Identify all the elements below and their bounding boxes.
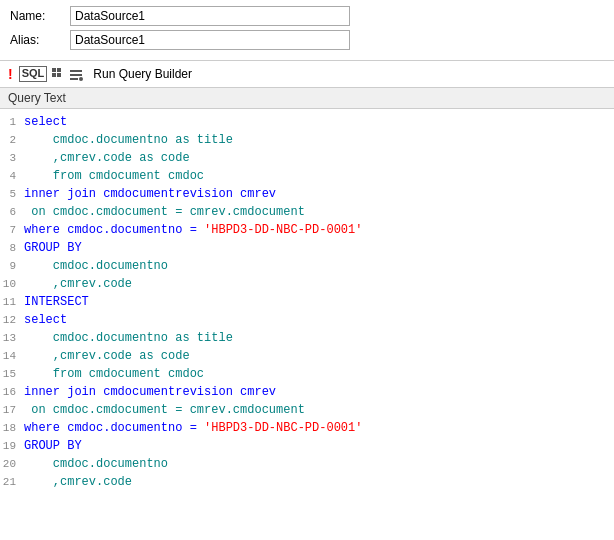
line-number: 11 <box>0 294 24 311</box>
line-content: ,cmrev.code <box>24 275 614 293</box>
line-content: ,cmrev.code as code <box>24 149 614 167</box>
line-number: 17 <box>0 402 24 419</box>
line-number: 19 <box>0 438 24 455</box>
alias-label: Alias: <box>10 33 70 47</box>
line-number: 14 <box>0 348 24 365</box>
name-label: Name: <box>10 9 70 23</box>
line-content: cmdoc.documentno <box>24 455 614 473</box>
line-content: where cmdoc.documentno = 'HBPD3-DD-NBC-P… <box>24 419 614 437</box>
line-content: GROUP BY <box>24 437 614 455</box>
table-row: 10 ,cmrev.code <box>0 275 614 293</box>
query-header: Query Text <box>0 88 614 109</box>
line-number: 12 <box>0 312 24 329</box>
code-block: 1select2 cmdoc.documentno as title3 ,cmr… <box>0 109 614 495</box>
line-number: 1 <box>0 114 24 131</box>
svg-rect-4 <box>70 70 82 72</box>
line-content: INTERSECT <box>24 293 614 311</box>
table-row: 9 cmdoc.documentno <box>0 257 614 275</box>
line-content: from cmdocument cmdoc <box>24 167 614 185</box>
table-row: 4 from cmdocument cmdoc <box>0 167 614 185</box>
line-content: cmdoc.documentno as title <box>24 329 614 347</box>
table-row: 13 cmdoc.documentno as title <box>0 329 614 347</box>
line-content: on cmdoc.cmdocument = cmrev.cmdocument <box>24 203 614 221</box>
line-content: select <box>24 311 614 329</box>
alias-row: Alias: <box>10 30 604 50</box>
line-content: GROUP BY <box>24 239 614 257</box>
line-content: cmdoc.documentno as title <box>24 131 614 149</box>
svg-rect-5 <box>70 74 82 76</box>
line-number: 2 <box>0 132 24 149</box>
query-area: Query Text 1select2 cmdoc.documentno as … <box>0 88 614 495</box>
line-number: 9 <box>0 258 24 275</box>
form-section: Name: Alias: <box>0 0 614 61</box>
line-number: 10 <box>0 276 24 293</box>
line-content: inner join cmdocumentrevision cmrev <box>24 185 614 203</box>
table-row: 16inner join cmdocumentrevision cmrev <box>0 383 614 401</box>
svg-point-7 <box>79 77 83 81</box>
line-number: 6 <box>0 204 24 221</box>
table-row: 7where cmdoc.documentno = 'HBPD3-DD-NBC-… <box>0 221 614 239</box>
line-number: 13 <box>0 330 24 347</box>
toolbar: ! SQL Run Query Builder <box>0 61 614 88</box>
line-number: 5 <box>0 186 24 203</box>
line-content: where cmdoc.documentno = 'HBPD3-DD-NBC-P… <box>24 221 614 239</box>
svg-rect-6 <box>70 78 78 80</box>
builder-icon[interactable] <box>69 67 83 81</box>
run-query-builder-button[interactable]: Run Query Builder <box>87 65 198 83</box>
table-row: 2 cmdoc.documentno as title <box>0 131 614 149</box>
table-row: 14 ,cmrev.code as code <box>0 347 614 365</box>
line-number: 4 <box>0 168 24 185</box>
table-row: 6 on cmdoc.cmdocument = cmrev.cmdocument <box>0 203 614 221</box>
line-content: inner join cmdocumentrevision cmrev <box>24 383 614 401</box>
line-content: ,cmrev.code as code <box>24 347 614 365</box>
table-row: 1select <box>0 113 614 131</box>
line-number: 7 <box>0 222 24 239</box>
line-number: 3 <box>0 150 24 167</box>
table-row: 5inner join cmdocumentrevision cmrev <box>0 185 614 203</box>
table-row: 17 on cmdoc.cmdocument = cmrev.cmdocumen… <box>0 401 614 419</box>
table-row: 19GROUP BY <box>0 437 614 455</box>
exclamation-icon[interactable]: ! <box>8 66 13 82</box>
line-number: 15 <box>0 366 24 383</box>
alias-input[interactable] <box>70 30 350 50</box>
line-content: on cmdoc.cmdocument = cmrev.cmdocument <box>24 401 614 419</box>
table-row: 3 ,cmrev.code as code <box>0 149 614 167</box>
table-row: 21 ,cmrev.code <box>0 473 614 491</box>
table-row: 15 from cmdocument cmdoc <box>0 365 614 383</box>
line-number: 20 <box>0 456 24 473</box>
line-content: select <box>24 113 614 131</box>
grid-icon[interactable] <box>51 67 65 81</box>
svg-rect-3 <box>57 73 61 77</box>
svg-rect-2 <box>52 73 56 77</box>
svg-rect-0 <box>52 68 56 72</box>
name-input[interactable] <box>70 6 350 26</box>
table-row: 20 cmdoc.documentno <box>0 455 614 473</box>
line-number: 16 <box>0 384 24 401</box>
line-number: 8 <box>0 240 24 257</box>
line-number: 21 <box>0 474 24 491</box>
table-row: 12select <box>0 311 614 329</box>
line-content: ,cmrev.code <box>24 473 614 491</box>
name-row: Name: <box>10 6 604 26</box>
line-content: from cmdocument cmdoc <box>24 365 614 383</box>
sql-icon[interactable]: SQL <box>19 66 48 81</box>
line-number: 18 <box>0 420 24 437</box>
table-row: 18where cmdoc.documentno = 'HBPD3-DD-NBC… <box>0 419 614 437</box>
table-row: 8GROUP BY <box>0 239 614 257</box>
svg-rect-1 <box>57 68 61 72</box>
table-row: 11INTERSECT <box>0 293 614 311</box>
line-content: cmdoc.documentno <box>24 257 614 275</box>
